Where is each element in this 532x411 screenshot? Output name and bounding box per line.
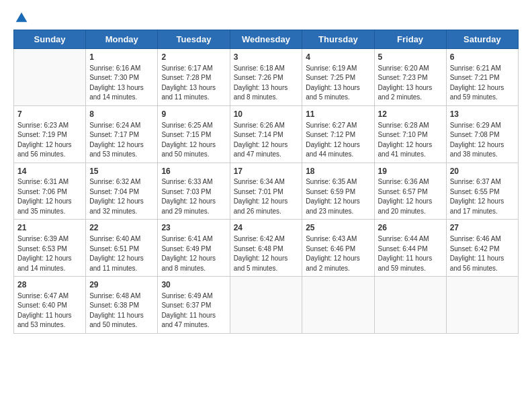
day-number: 14 (17, 166, 82, 177)
day-number: 17 (234, 166, 299, 177)
day-info: Sunrise: 6:44 AM Sunset: 6:44 PM Dayligh… (378, 234, 443, 273)
logo (13, 11, 28, 21)
day-info: Sunrise: 6:21 AM Sunset: 7:21 PM Dayligh… (450, 64, 515, 103)
calendar-cell: 13Sunrise: 6:29 AM Sunset: 7:08 PM Dayli… (446, 105, 518, 163)
calendar-cell: 8Sunrise: 6:24 AM Sunset: 7:17 PM Daylig… (86, 105, 158, 163)
calendar-cell (14, 49, 86, 106)
calendar-cell: 12Sunrise: 6:28 AM Sunset: 7:10 PM Dayli… (374, 105, 446, 163)
calendar-week-3: 14Sunrise: 6:31 AM Sunset: 7:06 PM Dayli… (14, 163, 519, 220)
day-info: Sunrise: 6:47 AM Sunset: 6:40 PM Dayligh… (17, 291, 82, 330)
col-header-sunday: Sunday (14, 30, 86, 49)
calendar-cell (446, 277, 518, 334)
calendar-cell: 19Sunrise: 6:36 AM Sunset: 6:57 PM Dayli… (374, 163, 446, 220)
day-number: 23 (161, 222, 226, 234)
day-number: 6 (450, 52, 515, 63)
day-number: 4 (306, 52, 370, 63)
day-info: Sunrise: 6:32 AM Sunset: 7:04 PM Dayligh… (89, 177, 154, 216)
day-info: Sunrise: 6:24 AM Sunset: 7:17 PM Dayligh… (89, 121, 154, 160)
day-number: 15 (89, 166, 154, 177)
day-info: Sunrise: 6:16 AM Sunset: 7:30 PM Dayligh… (89, 64, 154, 103)
page-container: SundayMondayTuesdayWednesdayThursdayFrid… (0, 0, 532, 345)
calendar-cell: 30Sunrise: 6:49 AM Sunset: 6:37 PM Dayli… (158, 277, 230, 334)
day-number: 5 (378, 52, 443, 63)
calendar-cell: 5Sunrise: 6:20 AM Sunset: 7:23 PM Daylig… (374, 49, 446, 106)
calendar-cell: 7Sunrise: 6:23 AM Sunset: 7:19 PM Daylig… (14, 105, 86, 163)
day-number: 18 (306, 166, 370, 177)
calendar-cell: 17Sunrise: 6:34 AM Sunset: 7:01 PM Dayli… (230, 163, 302, 220)
calendar-cell: 14Sunrise: 6:31 AM Sunset: 7:06 PM Dayli… (14, 163, 86, 220)
calendar-cell: 29Sunrise: 6:48 AM Sunset: 6:38 PM Dayli… (86, 277, 158, 334)
day-number: 1 (89, 52, 154, 63)
day-number: 28 (17, 279, 82, 291)
day-info: Sunrise: 6:35 AM Sunset: 6:59 PM Dayligh… (306, 177, 370, 216)
day-info: Sunrise: 6:43 AM Sunset: 6:46 PM Dayligh… (306, 234, 370, 273)
day-number: 10 (234, 109, 299, 120)
day-info: Sunrise: 6:29 AM Sunset: 7:08 PM Dayligh… (450, 121, 515, 160)
col-header-saturday: Saturday (446, 30, 518, 49)
calendar-cell: 20Sunrise: 6:37 AM Sunset: 6:55 PM Dayli… (446, 163, 518, 220)
day-number: 8 (89, 109, 154, 120)
calendar-cell: 18Sunrise: 6:35 AM Sunset: 6:59 PM Dayli… (302, 163, 374, 220)
day-info: Sunrise: 6:41 AM Sunset: 6:49 PM Dayligh… (161, 234, 226, 273)
day-number: 21 (17, 222, 82, 234)
calendar-cell: 24Sunrise: 6:42 AM Sunset: 6:48 PM Dayli… (230, 220, 302, 277)
calendar-cell: 22Sunrise: 6:40 AM Sunset: 6:51 PM Dayli… (86, 220, 158, 277)
calendar-cell: 16Sunrise: 6:33 AM Sunset: 7:03 PM Dayli… (158, 163, 230, 220)
day-number: 9 (161, 109, 226, 120)
day-number: 30 (161, 279, 226, 291)
day-number: 26 (378, 222, 443, 234)
calendar-header-row: SundayMondayTuesdayWednesdayThursdayFrid… (14, 30, 519, 49)
day-number: 27 (450, 222, 515, 234)
day-number: 3 (234, 52, 299, 63)
day-info: Sunrise: 6:39 AM Sunset: 6:53 PM Dayligh… (17, 234, 82, 273)
day-info: Sunrise: 6:40 AM Sunset: 6:51 PM Dayligh… (89, 234, 154, 273)
page-header (13, 11, 519, 21)
day-info: Sunrise: 6:31 AM Sunset: 7:06 PM Dayligh… (17, 177, 82, 216)
calendar-cell (302, 277, 374, 334)
day-info: Sunrise: 6:25 AM Sunset: 7:15 PM Dayligh… (161, 121, 226, 160)
calendar-cell: 1Sunrise: 6:16 AM Sunset: 7:30 PM Daylig… (86, 49, 158, 106)
calendar-cell: 6Sunrise: 6:21 AM Sunset: 7:21 PM Daylig… (446, 49, 518, 106)
col-header-tuesday: Tuesday (158, 30, 230, 49)
day-number: 11 (306, 109, 370, 120)
day-info: Sunrise: 6:33 AM Sunset: 7:03 PM Dayligh… (161, 177, 226, 216)
svg-marker-0 (16, 13, 28, 22)
day-info: Sunrise: 6:27 AM Sunset: 7:12 PM Dayligh… (306, 121, 370, 160)
day-info: Sunrise: 6:18 AM Sunset: 7:26 PM Dayligh… (234, 64, 299, 103)
calendar-cell: 28Sunrise: 6:47 AM Sunset: 6:40 PM Dayli… (14, 277, 86, 334)
day-info: Sunrise: 6:23 AM Sunset: 7:19 PM Dayligh… (17, 121, 82, 160)
calendar-cell: 21Sunrise: 6:39 AM Sunset: 6:53 PM Dayli… (14, 220, 86, 277)
calendar-week-1: 1Sunrise: 6:16 AM Sunset: 7:30 PM Daylig… (14, 49, 519, 106)
day-info: Sunrise: 6:17 AM Sunset: 7:28 PM Dayligh… (161, 64, 226, 103)
calendar-cell: 11Sunrise: 6:27 AM Sunset: 7:12 PM Dayli… (302, 105, 374, 163)
calendar-week-4: 21Sunrise: 6:39 AM Sunset: 6:53 PM Dayli… (14, 220, 519, 277)
calendar-cell: 23Sunrise: 6:41 AM Sunset: 6:49 PM Dayli… (158, 220, 230, 277)
day-info: Sunrise: 6:19 AM Sunset: 7:25 PM Dayligh… (306, 64, 370, 103)
calendar-cell: 15Sunrise: 6:32 AM Sunset: 7:04 PM Dayli… (86, 163, 158, 220)
calendar-cell: 27Sunrise: 6:46 AM Sunset: 6:42 PM Dayli… (446, 220, 518, 277)
day-number: 13 (450, 109, 515, 120)
day-number: 7 (17, 109, 82, 120)
calendar-cell: 3Sunrise: 6:18 AM Sunset: 7:26 PM Daylig… (230, 49, 302, 106)
calendar-cell: 26Sunrise: 6:44 AM Sunset: 6:44 PM Dayli… (374, 220, 446, 277)
col-header-friday: Friday (374, 30, 446, 49)
calendar-cell: 25Sunrise: 6:43 AM Sunset: 6:46 PM Dayli… (302, 220, 374, 277)
calendar-cell: 10Sunrise: 6:26 AM Sunset: 7:14 PM Dayli… (230, 105, 302, 163)
day-info: Sunrise: 6:20 AM Sunset: 7:23 PM Dayligh… (378, 64, 443, 103)
calendar-cell: 2Sunrise: 6:17 AM Sunset: 7:28 PM Daylig… (158, 49, 230, 106)
col-header-monday: Monday (86, 30, 158, 49)
day-number: 29 (89, 279, 154, 291)
day-number: 19 (378, 166, 443, 177)
calendar-table: SundayMondayTuesdayWednesdayThursdayFrid… (13, 30, 519, 334)
day-number: 2 (161, 52, 226, 63)
day-number: 24 (234, 222, 299, 234)
col-header-thursday: Thursday (302, 30, 374, 49)
day-info: Sunrise: 6:48 AM Sunset: 6:38 PM Dayligh… (89, 291, 154, 330)
day-info: Sunrise: 6:36 AM Sunset: 6:57 PM Dayligh… (378, 177, 443, 216)
day-info: Sunrise: 6:46 AM Sunset: 6:42 PM Dayligh… (450, 234, 515, 273)
day-info: Sunrise: 6:28 AM Sunset: 7:10 PM Dayligh… (378, 121, 443, 160)
calendar-week-5: 28Sunrise: 6:47 AM Sunset: 6:40 PM Dayli… (14, 277, 519, 334)
day-number: 22 (89, 222, 154, 234)
day-info: Sunrise: 6:42 AM Sunset: 6:48 PM Dayligh… (234, 234, 299, 273)
day-number: 12 (378, 109, 443, 120)
